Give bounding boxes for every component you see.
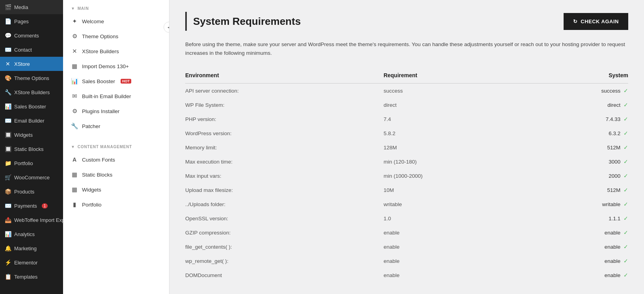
- sidebar-item-portfolio[interactable]: 📁 Portfolio: [0, 156, 63, 170]
- cell-system: direct ✓: [528, 98, 628, 112]
- menu-item-label: Widgets: [82, 187, 101, 193]
- sidebar-item-media[interactable]: 🎬 Media: [0, 0, 63, 14]
- table-row: Upload max filesize:10M512M ✓: [185, 183, 628, 197]
- description-text: Before using the theme, make sure your s…: [185, 40, 628, 57]
- sidebar: 🎬 Media 📄 Pages 💬 Comments ✉️ Contact ✕ …: [0, 0, 63, 294]
- sidebar-item-label: XStore Builders: [14, 89, 50, 95]
- sidebar-item-elementor[interactable]: ⚡ Elementor: [0, 255, 63, 270]
- sidebar-item-static-blocks[interactable]: 🔲 Static Blocks: [0, 142, 63, 156]
- sales-icon: 📊: [5, 103, 11, 110]
- sidebar-item-products[interactable]: 📦 Products: [0, 184, 63, 199]
- sidebar-item-label: Sales Booster: [14, 104, 46, 110]
- sidebar-item-xstore[interactable]: ✕ XStore: [0, 57, 63, 71]
- menu-item-label: XStore Builders: [82, 48, 119, 54]
- cell-system: success ✓: [528, 84, 628, 98]
- check-icon: ✓: [624, 87, 628, 94]
- sidebar-item-pages[interactable]: 📄 Pages: [0, 14, 63, 28]
- menu-item-label: Custom Fonts: [82, 157, 115, 163]
- sidebar-item-contact[interactable]: ✉️ Contact: [0, 43, 63, 57]
- cell-system: 3000 ✓: [528, 154, 628, 169]
- menu-item-sales-booster[interactable]: 📊 Sales Booster HOT: [63, 74, 169, 89]
- cell-environment: OpenSSL version:: [185, 211, 383, 225]
- cell-system: enable ✓: [528, 240, 628, 254]
- check-icon: ✓: [624, 272, 628, 278]
- sidebar-item-xstore-builders[interactable]: 🔧 XStore Builders: [0, 85, 63, 99]
- menu-item-portfolio[interactable]: ▮ Portfolio: [63, 197, 169, 212]
- cell-system: 1.1.1 ✓: [528, 211, 628, 225]
- cell-environment: Max execution time:: [185, 154, 383, 169]
- cell-environment: Upload max filesize:: [185, 183, 383, 197]
- patcher-menu-icon: 🔧: [71, 123, 78, 130]
- check-again-button[interactable]: ↻ CHECK AGAIN: [564, 13, 628, 30]
- check-icon: ✓: [624, 229, 628, 236]
- sidebar-item-marketing[interactable]: 🔔 Marketing: [0, 241, 63, 255]
- menu-item-xstore-builders[interactable]: ✕ XStore Builders: [63, 44, 169, 59]
- comments-icon: 💬: [5, 32, 11, 39]
- check-icon: ✓: [624, 116, 628, 122]
- sidebar-item-templates[interactable]: 📋 Templates: [0, 270, 63, 284]
- cell-environment: wp_remote_get( ):: [185, 254, 383, 268]
- check-icon: ✓: [624, 215, 628, 221]
- page-header: System Requirements ↻ CHECK AGAIN: [185, 12, 628, 31]
- sidebar-item-theme-options[interactable]: 🎨 Theme Options: [0, 71, 63, 85]
- cell-requirement: 5.8.2: [383, 126, 528, 140]
- table-row: OpenSSL version:1.01.1.1 ✓: [185, 211, 628, 225]
- menu-item-widgets[interactable]: ▦ Widgets: [63, 182, 169, 197]
- sidebar-item-payments[interactable]: ✉️ Payments 1: [0, 199, 63, 213]
- menu-item-static-blocks[interactable]: ▦ Static Blocks: [63, 167, 169, 182]
- cell-requirement: direct: [383, 98, 528, 112]
- table-row: Max input vars:min (1000-2000)2000 ✓: [185, 169, 628, 183]
- cell-environment: ../Uploads folder:: [185, 197, 383, 211]
- sidebar-item-label: XStore: [14, 61, 30, 67]
- menu-item-label: Built-in Email Builder: [82, 93, 131, 99]
- col-environment: Environment: [185, 69, 383, 84]
- section-arrow-icon: ▼: [71, 6, 75, 11]
- sidebar-item-woocommerce[interactable]: 🛒 WooCommerce: [0, 170, 63, 184]
- sidebar-item-label: Theme Options: [14, 75, 49, 81]
- middle-panel: ◀ ▼ MAIN ✦ Welcome ⚙ Theme Options ✕ XSt…: [63, 0, 169, 294]
- cell-requirement: min (120-180): [383, 154, 528, 169]
- table-row: DOMDocumentenableenable ✓: [185, 268, 628, 282]
- menu-item-theme-options[interactable]: ⚙ Theme Options: [63, 29, 169, 44]
- refresh-icon: ↻: [573, 19, 578, 24]
- sidebar-item-webtoffee[interactable]: 📤 WebToffee Import Export (Pro): [0, 213, 63, 227]
- webtoffee-icon: 📤: [5, 217, 11, 223]
- table-row: WP File System:directdirect ✓: [185, 98, 628, 112]
- section-label-content: ▼ CONTENT MANAGEMENT: [63, 138, 169, 152]
- menu-item-custom-fonts[interactable]: A Custom Fonts: [63, 152, 169, 167]
- sidebar-item-analytics[interactable]: 📊 Analytics: [0, 227, 63, 241]
- sidebar-item-comments[interactable]: 💬 Comments: [0, 28, 63, 43]
- menu-item-patcher[interactable]: 🔧 Patcher: [63, 119, 169, 134]
- cell-requirement: writable: [383, 197, 528, 211]
- cell-system: 7.4.33 ✓: [528, 112, 628, 126]
- menu-item-email-builder[interactable]: ✉ Built-in Email Builder: [63, 89, 169, 104]
- menu-item-label: Portfolio: [82, 202, 102, 208]
- menu-item-label: Patcher: [82, 123, 101, 129]
- hot-badge: HOT: [121, 79, 131, 84]
- elementor-icon: ⚡: [5, 259, 11, 266]
- sidebar-item-label: Elementor: [14, 260, 37, 266]
- page-title: System Requirements: [193, 15, 301, 28]
- portfolio-menu-icon: ▮: [71, 201, 78, 208]
- menu-item-label: Static Blocks: [82, 172, 112, 178]
- main-content: System Requirements ↻ CHECK AGAIN Before…: [169, 0, 644, 294]
- menu-item-plugins-installer[interactable]: ⚙ Plugins Installer: [63, 104, 169, 119]
- woo-icon: 🛒: [5, 174, 11, 180]
- custom-fonts-icon: A: [71, 156, 78, 163]
- cell-system: 512M ✓: [528, 183, 628, 197]
- sidebar-item-label: Products: [14, 189, 34, 195]
- sidebar-item-label: WebToffee Import Export (Pro): [14, 217, 63, 223]
- sidebar-item-widgets[interactable]: 🔲 Widgets: [0, 128, 63, 142]
- marketing-icon: 🔔: [5, 245, 11, 251]
- menu-item-label: Import Demos 130+: [82, 63, 129, 69]
- cell-environment: GZIP compression:: [185, 225, 383, 240]
- cell-requirement: 128M: [383, 140, 528, 154]
- sidebar-item-sales-booster[interactable]: 📊 Sales Booster: [0, 99, 63, 114]
- cell-requirement: enable: [383, 254, 528, 268]
- check-icon: ✓: [624, 201, 628, 207]
- menu-item-import-demos[interactable]: ▦ Import Demos 130+: [63, 59, 169, 74]
- menu-item-welcome[interactable]: ✦ Welcome: [63, 14, 169, 29]
- sidebar-item-label: Widgets: [14, 132, 33, 138]
- cell-system: enable ✓: [528, 254, 628, 268]
- sidebar-item-email-builder[interactable]: ✉️ Email Builder: [0, 114, 63, 128]
